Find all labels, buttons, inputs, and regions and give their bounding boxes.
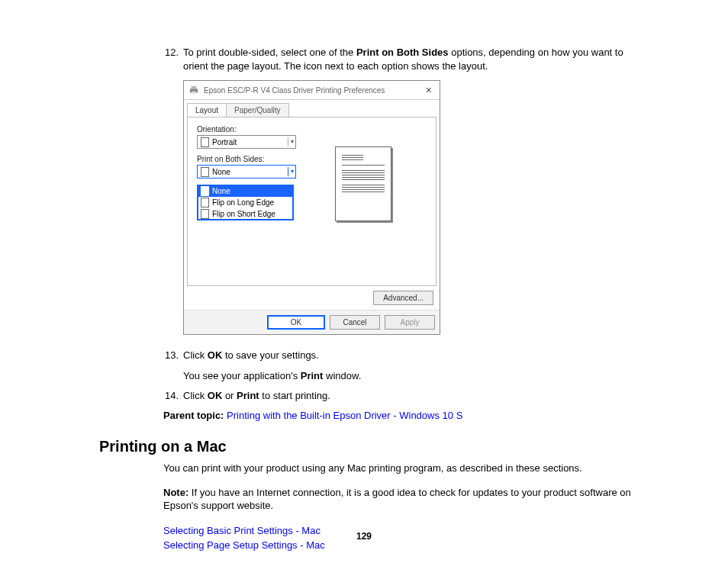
tab-layout[interactable]: Layout (187, 103, 227, 117)
page-preview (335, 146, 391, 221)
text: window. (323, 370, 361, 381)
cancel-button[interactable]: Cancel (330, 315, 380, 330)
option-flip-long[interactable]: Flip on Long Edge (198, 197, 293, 208)
step-body: Click OK to save your settings. (183, 349, 640, 362)
svg-rect-2 (192, 92, 195, 94)
bold-term: OK (208, 390, 223, 401)
text: to save your settings. (222, 349, 318, 361)
chevron-down-icon: ▾ (288, 167, 294, 176)
both-sides-value: None (212, 168, 230, 176)
text: To print double-sided, select one of the (183, 47, 356, 58)
note-paragraph: Note: If you have an Internet connection… (163, 486, 640, 513)
step-number: 13. (160, 349, 183, 362)
advanced-button[interactable]: Advanced... (373, 291, 433, 305)
printing-preferences-dialog: Epson ESC/P-R V4 Class Driver Printing P… (183, 80, 440, 335)
tab-panel-layout: Orientation: Portrait ▾ Print on Both Si… (187, 117, 436, 286)
option-label: None (212, 187, 230, 195)
page-icon (201, 186, 209, 196)
bold-term: OK (208, 349, 223, 361)
text: or (222, 390, 237, 401)
note-text: If you have an Internet connection, it i… (163, 487, 631, 512)
parent-topic-link[interactable]: Printing with the Built-in Epson Driver … (227, 410, 462, 421)
bold-term: Print (301, 370, 324, 381)
parent-topic: Parent topic: Printing with the Built-in… (163, 410, 640, 421)
text: Click (183, 390, 208, 401)
text: You see your application's (183, 370, 301, 381)
both-sides-label: Print on Both Sides: (197, 155, 300, 163)
portrait-icon (201, 137, 209, 147)
option-flip-short[interactable]: Flip on Short Edge (198, 208, 293, 220)
apply-button[interactable]: Apply (385, 315, 435, 330)
section-heading: Printing on a Mac (99, 438, 640, 455)
chevron-down-icon: ▾ (288, 137, 294, 146)
step-13-sub: You see your application's Print window. (183, 370, 640, 381)
option-label: Flip on Short Edge (212, 210, 275, 218)
step-body: Click OK or Print to start printing. (183, 389, 640, 403)
page-icon (201, 209, 209, 219)
printer-icon (188, 85, 199, 95)
option-label: Flip on Long Edge (212, 198, 274, 207)
orientation-value: Portrait (212, 138, 237, 146)
step-13: 13. Click OK to save your settings. (160, 349, 640, 362)
text: Click (183, 349, 208, 361)
step-number: 14. (160, 389, 183, 403)
option-none[interactable]: None (198, 185, 293, 197)
step-number: 12. (160, 46, 183, 72)
both-sides-dropdown: None Flip on Long Edge Flip on Short Edg… (197, 185, 294, 220)
dialog-button-row: OK Cancel Apply (184, 310, 440, 334)
page-icon (201, 167, 209, 177)
dialog-title: Epson ESC/P-R V4 Class Driver Printing P… (204, 86, 385, 95)
section-intro: You can print with your product using an… (163, 462, 640, 475)
dialog-titlebar: Epson ESC/P-R V4 Class Driver Printing P… (184, 81, 440, 100)
orientation-label: Orientation: (197, 125, 300, 134)
bold-term: Print (237, 390, 259, 401)
tab-paper-quality[interactable]: Paper/Quality (226, 103, 289, 117)
page-number: 129 (0, 531, 728, 542)
orientation-combo[interactable]: Portrait ▾ (197, 135, 296, 149)
close-icon[interactable]: × (423, 84, 435, 96)
step-12: 12. To print double-sided, select one of… (160, 46, 640, 72)
parent-topic-label: Parent topic: (163, 410, 224, 421)
svg-rect-1 (192, 86, 197, 88)
step-body: To print double-sided, select one of the… (183, 46, 640, 72)
step-14: 14. Click OK or Print to start printing. (160, 389, 640, 403)
tab-strip: Layout Paper/Quality (184, 100, 440, 117)
text: to start printing. (259, 390, 330, 401)
note-label: Note: (163, 487, 188, 498)
ok-button[interactable]: OK (267, 315, 325, 330)
both-sides-combo[interactable]: None ▾ (197, 165, 296, 179)
bold-term: Print on Both Sides (356, 47, 449, 58)
page-icon (201, 198, 209, 208)
